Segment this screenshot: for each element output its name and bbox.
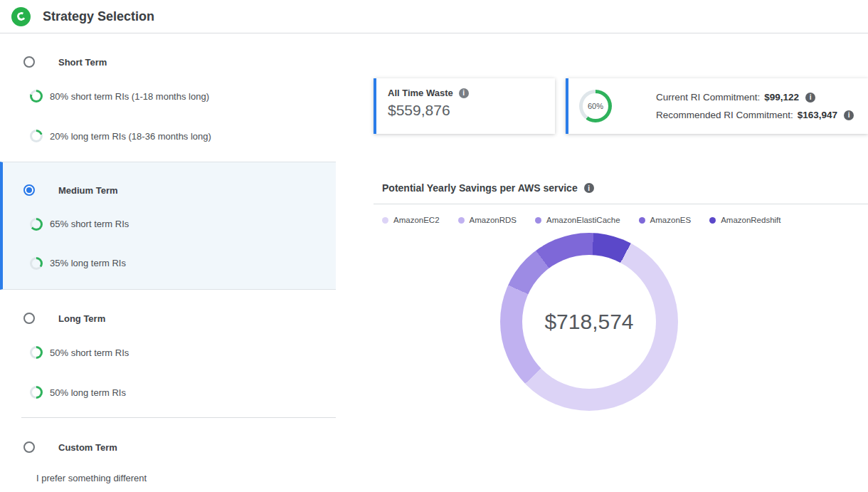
cloudability-logo-icon <box>11 7 31 26</box>
strategy-option-medium-term-panel: Medium Term 65% short term RIs 35% long … <box>0 162 336 290</box>
legend-dot-icon <box>535 217 541 224</box>
sub-label: 80% short term RIs (1-18 months long) <box>50 91 209 102</box>
progress-ring-icon <box>30 218 43 231</box>
commitment-gauge: 60% <box>579 90 612 122</box>
sidebar-divider <box>21 417 336 418</box>
progress-ring-icon <box>30 90 43 103</box>
legend-item[interactable]: AmazonEC2 <box>382 216 440 224</box>
radio-custom-term[interactable] <box>23 441 35 453</box>
legend-item[interactable]: AmazonRDS <box>458 216 517 224</box>
option-label: Medium Term <box>58 185 118 196</box>
all-time-waste-card: All Time Waste $559,876 <box>374 78 555 134</box>
legend-dot-icon <box>382 217 388 224</box>
strategy-selection-page: Strategy Selection Short Term 80% short … <box>0 0 868 492</box>
legend-dot-icon <box>639 217 645 224</box>
savings-section-header: Potential Yearly Savings per AWS service <box>382 182 594 194</box>
custom-term-note: I prefer something different <box>0 473 336 483</box>
waste-card-title: All Time Waste <box>388 88 453 98</box>
logo-ring-icon <box>16 11 26 22</box>
long-term-sub-2: 50% long term RIs <box>0 372 336 412</box>
legend-label: AmazonRedshift <box>721 216 780 224</box>
commitment-lines: Current RI Commitment: $99,122 Recommend… <box>656 92 854 120</box>
page-title: Strategy Selection <box>43 9 154 24</box>
legend-dot-icon <box>709 217 716 224</box>
short-term-sub-1: 80% short term RIs (1-18 months long) <box>0 76 336 116</box>
recommended-commitment-label: Recommended RI Commitment: <box>656 110 793 120</box>
sub-label: 50% short term RIs <box>50 347 129 358</box>
progress-ring-icon <box>30 386 43 399</box>
chart-legend: AmazonEC2AmazonRDSAmazonElastiCacheAmazo… <box>382 214 781 226</box>
strategy-option-medium-term[interactable]: Medium Term <box>3 176 336 204</box>
option-label: Short Term <box>58 57 107 68</box>
info-icon[interactable] <box>584 183 594 193</box>
sub-label: 65% short term RIs <box>50 219 129 229</box>
radio-short-term[interactable] <box>23 56 35 68</box>
legend-item[interactable]: AmazonRedshift <box>709 216 780 224</box>
medium-term-sub-1: 65% short term RIs <box>3 204 336 244</box>
sub-label: 20% long term RIs (18-36 months long) <box>50 131 211 142</box>
recommended-commitment-row: Recommended RI Commitment: $163,947 <box>656 110 854 120</box>
radio-long-term[interactable] <box>23 313 35 324</box>
ri-commitment-card: 60% Current RI Commitment: $99,122 Recom… <box>566 78 868 134</box>
waste-card-value: $559,876 <box>388 102 544 119</box>
medium-term-sub-2: 35% long term RIs <box>3 244 336 283</box>
current-commitment-label: Current RI Commitment: <box>656 92 760 103</box>
savings-donut: $718,574 <box>500 233 678 411</box>
info-icon[interactable] <box>459 88 469 98</box>
short-term-sub-2: 20% long term RIs (18-36 months long) <box>0 116 336 156</box>
strategy-option-custom-term[interactable]: Custom Term <box>0 433 336 461</box>
legend-label: AmazonES <box>650 216 692 224</box>
progress-ring-icon <box>30 257 43 270</box>
legend-item[interactable]: AmazonElastiCache <box>535 216 620 224</box>
legend-label: AmazonEC2 <box>393 216 440 224</box>
savings-chart-title: Potential Yearly Savings per AWS service <box>382 182 578 194</box>
section-divider <box>374 204 868 204</box>
current-commitment-value: $99,122 <box>764 92 799 103</box>
info-icon[interactable] <box>805 93 815 103</box>
radio-medium-term-selected[interactable] <box>23 184 35 196</box>
strategy-option-long-term[interactable]: Long Term <box>0 304 336 333</box>
progress-ring-icon <box>30 346 43 359</box>
gauge-percent-label: 60% <box>579 90 612 122</box>
long-term-sub-1: 50% short term RIs <box>0 333 336 372</box>
legend-dot-icon <box>458 217 465 224</box>
strategy-options-list: Short Term 80% short term RIs (1-18 mont… <box>0 33 336 483</box>
info-icon[interactable] <box>844 110 854 120</box>
sub-label: 35% long term RIs <box>50 258 126 268</box>
option-label: Custom Term <box>58 442 117 453</box>
legend-label: AmazonElastiCache <box>546 216 620 224</box>
donut-hole: $718,574 <box>522 255 656 389</box>
progress-ring-icon <box>30 130 43 142</box>
sub-label: 50% long term RIs <box>50 387 126 398</box>
donut-center-total: $718,574 <box>544 310 633 334</box>
legend-label: AmazonRDS <box>470 216 517 224</box>
header: Strategy Selection <box>0 0 868 33</box>
option-label: Long Term <box>58 313 105 324</box>
legend-item[interactable]: AmazonES <box>639 216 692 224</box>
recommended-commitment-value: $163,947 <box>798 110 837 120</box>
strategy-option-short-term[interactable]: Short Term <box>0 48 336 76</box>
current-commitment-row: Current RI Commitment: $99,122 <box>656 92 854 103</box>
